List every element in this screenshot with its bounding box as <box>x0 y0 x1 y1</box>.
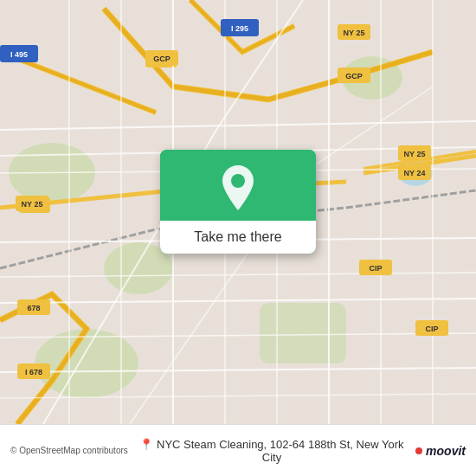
svg-text:CIP: CIP <box>425 325 438 333</box>
button-label: Take me there <box>194 229 281 244</box>
location-pin-icon <box>217 165 259 214</box>
svg-text:NY 24: NY 24 <box>404 169 426 177</box>
svg-text:GCP: GCP <box>153 55 170 63</box>
svg-text:I 678: I 678 <box>25 368 42 376</box>
svg-text:I 295: I 295 <box>231 24 248 33</box>
button-label-area: Take me there <box>160 221 316 254</box>
button-overlay: Take me there <box>160 150 316 254</box>
moovit-logo: moovit <box>415 444 466 458</box>
svg-text:I 495: I 495 <box>10 50 28 59</box>
moovit-dot <box>415 447 422 454</box>
svg-text:CIP: CIP <box>369 264 382 273</box>
svg-point-50 <box>231 174 245 188</box>
attribution-text: © OpenStreetMap contributors <box>10 446 128 455</box>
svg-text:NY 25: NY 25 <box>344 29 365 37</box>
take-me-there-button[interactable]: Take me there <box>160 150 316 254</box>
location-text: 📍 NYC Steam Cleaning, 102-64 188th St, N… <box>128 438 415 464</box>
location-icon: 📍 <box>139 438 153 451</box>
bottom-bar: © OpenStreetMap contributors 📍 NYC Steam… <box>0 424 476 476</box>
button-icon-area <box>160 150 316 221</box>
svg-text:NY 25: NY 25 <box>404 150 426 158</box>
map-container: I 495 I 295 GCP GCP NY 25 NY 25 NY 24 NY… <box>0 0 476 424</box>
svg-text:NY 25: NY 25 <box>22 200 43 209</box>
svg-rect-5 <box>260 303 346 363</box>
moovit-text: moovit <box>426 444 466 458</box>
svg-text:678: 678 <box>27 304 40 312</box>
location-label: NYC Steam Cleaning, 102-64 188th St, New… <box>157 438 403 464</box>
svg-text:GCP: GCP <box>345 72 363 80</box>
